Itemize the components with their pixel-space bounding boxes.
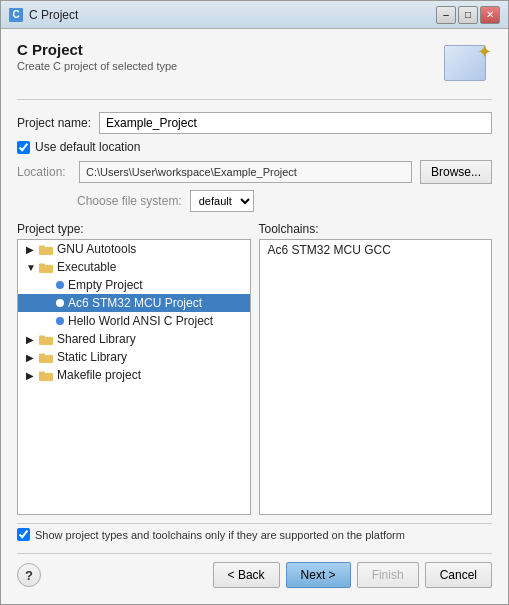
svg-rect-9	[39, 371, 45, 374]
title-bar-controls: – □ ✕	[436, 6, 500, 24]
use-default-location-label: Use default location	[35, 140, 140, 154]
project-area: Project type: ▶ GNU Autotools	[17, 222, 492, 515]
svg-rect-5	[39, 335, 45, 338]
folder-icon	[38, 243, 54, 255]
dialog-header: C Project Create C project of selected t…	[17, 41, 492, 100]
filesystem-label: Choose file system:	[77, 194, 182, 208]
location-label: Location:	[17, 165, 71, 179]
tree-item-label: Hello World ANSI C Project	[68, 314, 213, 328]
svg-rect-1	[39, 245, 45, 248]
svg-rect-3	[39, 263, 45, 266]
close-button[interactable]: ✕	[480, 6, 500, 24]
project-name-input[interactable]	[99, 112, 492, 134]
back-button[interactable]: < Back	[213, 562, 280, 588]
dot-icon	[56, 281, 64, 289]
toolchains-panel: Toolchains: Ac6 STM32 MCU GCC	[259, 222, 493, 515]
folder-icon	[38, 369, 54, 381]
help-button[interactable]: ?	[17, 563, 41, 587]
next-button[interactable]: Next >	[286, 562, 351, 588]
bottom-checkbox-row: Show project types and toolchains only i…	[17, 523, 492, 545]
tree-item-label: Empty Project	[68, 278, 143, 292]
title-bar-title: C Project	[29, 8, 78, 22]
footer-left: ?	[17, 563, 41, 587]
dialog-header-text: C Project Create C project of selected t…	[17, 41, 177, 72]
dialog: C C Project – □ ✕ C Project Create C pro…	[0, 0, 509, 605]
arrow-icon: ▶	[26, 244, 36, 255]
location-row: Location: Browse...	[17, 160, 492, 184]
maximize-button[interactable]: □	[458, 6, 478, 24]
folder-icon	[38, 261, 54, 273]
tree-item-hello-world[interactable]: Hello World ANSI C Project	[18, 312, 250, 330]
tree-item-executable[interactable]: ▼ Executable	[18, 258, 250, 276]
platform-filter-label: Show project types and toolchains only i…	[35, 529, 405, 541]
arrow-icon: ▶	[26, 352, 36, 363]
title-bar-left: C C Project	[9, 8, 78, 22]
arrow-icon: ▶	[26, 370, 36, 381]
cancel-button[interactable]: Cancel	[425, 562, 492, 588]
project-name-label: Project name:	[17, 116, 91, 130]
svg-rect-6	[39, 355, 53, 363]
svg-rect-2	[39, 265, 53, 273]
tree-item-label: GNU Autotools	[57, 242, 136, 256]
finish-button[interactable]: Finish	[357, 562, 419, 588]
toolchains-label: Toolchains:	[259, 222, 493, 236]
filesystem-select[interactable]: default	[190, 190, 254, 212]
dialog-subtitle: Create C project of selected type	[17, 60, 177, 72]
platform-filter-checkbox[interactable]	[17, 528, 30, 541]
arrow-icon: ▶	[26, 334, 36, 345]
wizard-icon-star: ✦	[477, 41, 492, 63]
tree-item-shared-library[interactable]: ▶ Shared Library	[18, 330, 250, 348]
arrow-icon: ▼	[26, 262, 36, 273]
dialog-footer: ? < Back Next > Finish Cancel	[17, 553, 492, 592]
project-type-label: Project type:	[17, 222, 251, 236]
minimize-button[interactable]: –	[436, 6, 456, 24]
tree-item-gnu-autotools[interactable]: ▶ GNU Autotools	[18, 240, 250, 258]
tree-item-makefile-project[interactable]: ▶ Makefile project	[18, 366, 250, 384]
list-item-ac6-gcc[interactable]: Ac6 STM32 MCU GCC	[260, 240, 492, 260]
dot-icon	[56, 299, 64, 307]
tree-item-label: Executable	[57, 260, 116, 274]
svg-rect-4	[39, 337, 53, 345]
folder-icon	[38, 333, 54, 345]
dot-icon	[56, 317, 64, 325]
project-type-panel: Project type: ▶ GNU Autotools	[17, 222, 251, 515]
svg-rect-7	[39, 353, 45, 356]
filesystem-row: Choose file system: default	[17, 190, 492, 212]
tree-item-label: Static Library	[57, 350, 127, 364]
toolchains-list[interactable]: Ac6 STM32 MCU GCC	[259, 239, 493, 515]
location-input[interactable]	[79, 161, 412, 183]
svg-rect-0	[39, 247, 53, 255]
dialog-body: C Project Create C project of selected t…	[1, 29, 508, 604]
browse-button[interactable]: Browse...	[420, 160, 492, 184]
project-name-row: Project name:	[17, 112, 492, 134]
use-default-location-checkbox[interactable]	[17, 141, 30, 154]
tree-item-label: Makefile project	[57, 368, 141, 382]
dialog-title: C Project	[17, 41, 177, 58]
dialog-header-icon: ✦	[444, 41, 492, 89]
title-bar: C C Project – □ ✕	[1, 1, 508, 29]
folder-icon	[38, 351, 54, 363]
tree-item-label: Shared Library	[57, 332, 136, 346]
tree-item-empty-project[interactable]: Empty Project	[18, 276, 250, 294]
use-default-location-row: Use default location	[17, 140, 492, 154]
form-section: Project name: Use default location Locat…	[17, 112, 492, 212]
tree-item-ac6-stm32[interactable]: Ac6 STM32 MCU Project	[18, 294, 250, 312]
footer-right: < Back Next > Finish Cancel	[213, 562, 492, 588]
svg-rect-8	[39, 373, 53, 381]
project-type-tree[interactable]: ▶ GNU Autotools ▼	[17, 239, 251, 515]
c-project-icon: C	[9, 8, 23, 22]
tree-item-static-library[interactable]: ▶ Static Library	[18, 348, 250, 366]
tree-item-label: Ac6 STM32 MCU Project	[68, 296, 202, 310]
